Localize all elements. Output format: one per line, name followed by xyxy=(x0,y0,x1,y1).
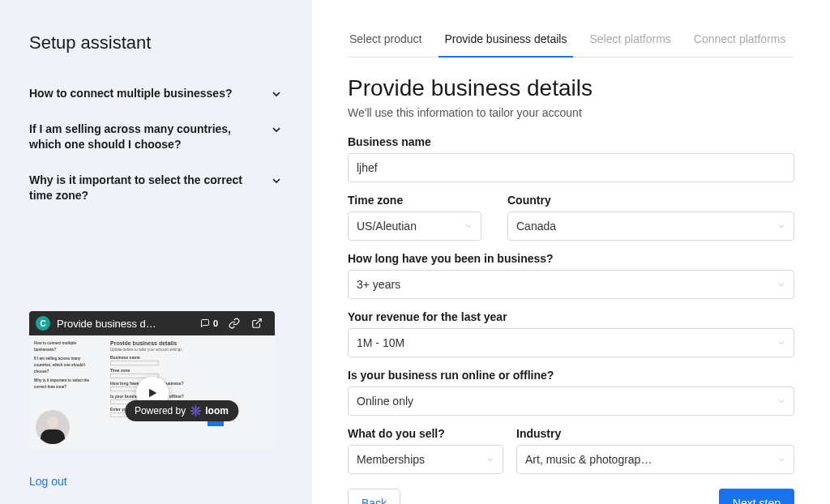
label-business-name: Business name xyxy=(348,135,794,148)
powered-by-brand: loom xyxy=(205,405,229,416)
video-body: How to connect multiple businesses? If I… xyxy=(29,335,275,451)
powered-by-prefix: Powered by xyxy=(135,405,186,416)
svg-line-0 xyxy=(256,319,261,324)
video-title: Provide business d… xyxy=(57,318,189,330)
presenter-avatar xyxy=(36,410,70,444)
comment-count: 0 xyxy=(213,318,218,328)
chevron-down-icon xyxy=(777,455,786,464)
comment-icon xyxy=(200,318,210,328)
video-header: C Provide business d… 0 xyxy=(29,311,275,335)
label-revenue: Your revenue for the last year xyxy=(348,310,794,323)
online-offline-value: Online only xyxy=(357,395,413,408)
back-button[interactable]: Back xyxy=(348,489,400,504)
wizard-tabs: Select product Provide business details … xyxy=(348,23,794,58)
field-business-name: Business name xyxy=(348,135,794,182)
tab-connect-platforms: Connect platforms xyxy=(692,23,788,57)
faq-item-2[interactable]: Why is it important to select the correc… xyxy=(29,163,286,214)
faq-text: How to connect multiple businesses? xyxy=(29,86,232,102)
chevron-down-icon xyxy=(270,174,283,187)
faq-item-0[interactable]: How to connect multiple businesses? xyxy=(29,76,286,112)
video-avatar: C xyxy=(36,316,50,331)
svg-marker-1 xyxy=(149,389,156,398)
sell-value: Memberships xyxy=(357,453,425,466)
revenue-value: 1M - 10M xyxy=(357,336,404,349)
faq-text: If I am selling across many countries, w… xyxy=(29,122,256,153)
time-zone-value: US/Aleutian xyxy=(357,220,417,233)
chevron-down-icon xyxy=(777,338,786,348)
chevron-down-icon xyxy=(777,280,786,289)
field-revenue: Your revenue for the last year 1M - 10M xyxy=(348,310,794,357)
video-actions: 0 xyxy=(195,314,268,332)
sell-select[interactable]: Memberships xyxy=(348,445,503,474)
tenure-value: 3+ years xyxy=(357,278,400,291)
page-subtitle: We'll use this information to tailor you… xyxy=(348,106,794,119)
revenue-select[interactable]: 1M - 10M xyxy=(348,328,794,357)
sidebar: Setup assistant How to connect multiple … xyxy=(0,0,312,504)
logout-link[interactable]: Log out xyxy=(29,475,286,488)
chevron-down-icon xyxy=(270,123,283,136)
tab-select-platforms: Select platforms xyxy=(588,23,672,57)
external-link-button[interactable] xyxy=(246,314,268,332)
label-time-zone: Time zone xyxy=(348,194,481,207)
powered-by-pill[interactable]: Powered by loom xyxy=(125,400,238,421)
industry-value: Art, music & photograp… xyxy=(525,453,652,466)
link-button[interactable] xyxy=(223,314,246,332)
external-link-icon xyxy=(251,318,263,329)
label-sell: What do you sell? xyxy=(348,427,503,440)
link-icon xyxy=(229,318,240,329)
label-online-offline: Is your business run online or offline? xyxy=(348,369,794,382)
tab-select-product[interactable]: Select product xyxy=(348,23,424,57)
tenure-select[interactable]: 3+ years xyxy=(348,270,794,299)
wizard-buttons: Back Next step xyxy=(348,489,794,504)
next-step-button[interactable]: Next step xyxy=(719,489,794,504)
loom-icon xyxy=(190,405,201,416)
chevron-down-icon xyxy=(777,221,786,231)
tab-provide-business-details[interactable]: Provide business details xyxy=(443,23,569,57)
field-online-offline: Is your business run online or offline? … xyxy=(348,369,794,416)
label-country: Country xyxy=(507,194,794,207)
label-tenure: How long have you been in business? xyxy=(348,252,794,265)
country-select[interactable]: Canada xyxy=(507,211,794,241)
play-icon xyxy=(146,387,159,399)
svg-point-2 xyxy=(195,409,198,412)
online-offline-select[interactable]: Online only xyxy=(348,387,794,416)
industry-select[interactable]: Art, music & photograp… xyxy=(516,445,794,474)
label-industry: Industry xyxy=(516,427,794,440)
faq-text: Why is it important to select the correc… xyxy=(29,173,256,204)
video-preview: C Provide business d… 0 How to connect m… xyxy=(29,311,275,451)
main-content: Select product Provide business details … xyxy=(312,0,830,504)
field-tenure: How long have you been in business? 3+ y… xyxy=(348,252,794,299)
faq-item-1[interactable]: If I am selling across many countries, w… xyxy=(29,112,286,163)
comment-button[interactable]: 0 xyxy=(195,314,223,332)
sidebar-title: Setup assistant xyxy=(29,32,286,53)
chevron-down-icon xyxy=(777,396,786,406)
chevron-down-icon xyxy=(464,221,473,231)
country-value: Canada xyxy=(516,220,556,233)
time-zone-select[interactable]: US/Aleutian xyxy=(348,211,481,241)
business-name-input[interactable] xyxy=(348,153,794,182)
page-heading: Provide business details xyxy=(348,75,794,101)
chevron-down-icon xyxy=(486,455,495,464)
chevron-down-icon xyxy=(270,88,283,100)
